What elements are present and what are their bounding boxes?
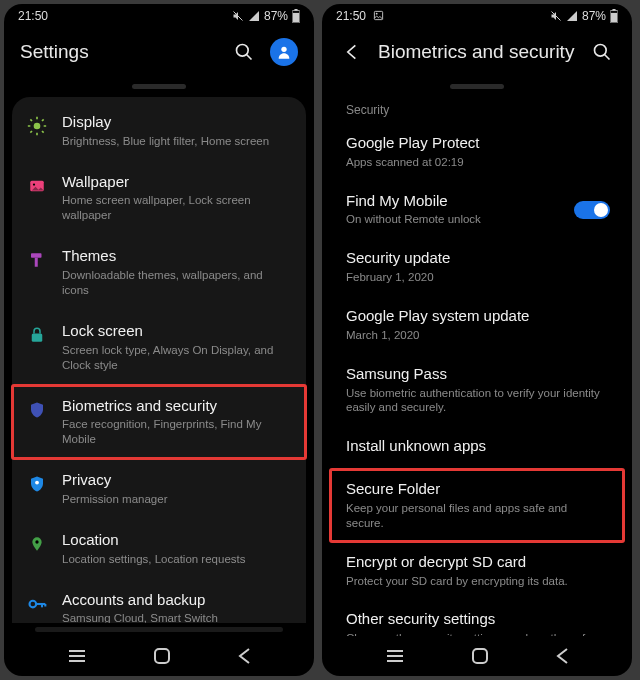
settings-item-location[interactable]: Location Location settings, Location req… bbox=[12, 519, 306, 579]
item-title: Location bbox=[62, 531, 292, 550]
back-button[interactable] bbox=[555, 647, 569, 665]
profile-avatar[interactable] bbox=[270, 38, 298, 66]
item-title: Accounts and backup bbox=[62, 591, 292, 610]
svg-point-4 bbox=[237, 45, 249, 57]
svg-line-15 bbox=[42, 119, 44, 121]
item-sub: March 1, 2020 bbox=[346, 328, 608, 343]
header-right: Biometrics and security bbox=[322, 28, 632, 80]
svg-line-5 bbox=[247, 55, 252, 60]
svg-rect-2 bbox=[293, 13, 299, 22]
nav-bar bbox=[322, 636, 632, 676]
battery-icon bbox=[610, 9, 618, 23]
status-bar: 21:50 87% bbox=[322, 4, 632, 28]
security-item-samsung-pass[interactable]: Samsung PassUse biometric authentication… bbox=[330, 354, 624, 427]
phone-left-settings: 21:50 87% Settings Display Brigh bbox=[4, 4, 314, 676]
item-title: Find My Mobile bbox=[346, 192, 608, 211]
svg-point-7 bbox=[34, 123, 41, 130]
item-title: Privacy bbox=[62, 471, 292, 490]
status-right: 87% bbox=[232, 9, 300, 23]
drag-handle bbox=[132, 84, 186, 89]
settings-item-display[interactable]: Display Brightness, Blue light filter, H… bbox=[12, 101, 306, 161]
search-button[interactable] bbox=[230, 38, 258, 66]
back-button[interactable] bbox=[237, 647, 251, 665]
battery-pct: 87% bbox=[264, 9, 288, 23]
security-item-google-play-system-update[interactable]: Google Play system updateMarch 1, 2020 bbox=[330, 296, 624, 354]
svg-line-38 bbox=[605, 55, 610, 60]
toggle-switch[interactable] bbox=[574, 201, 610, 219]
back-button-header[interactable] bbox=[338, 38, 366, 66]
status-bar: 21:50 87% bbox=[4, 4, 314, 28]
security-item-other-security-settings[interactable]: Other security settingsChange other secu… bbox=[330, 599, 624, 636]
settings-item-themes[interactable]: Themes Downloadable themes, wallpapers, … bbox=[12, 235, 306, 310]
svg-rect-36 bbox=[612, 9, 615, 11]
svg-point-6 bbox=[281, 47, 286, 52]
svg-rect-3 bbox=[294, 9, 297, 11]
settings-item-privacy[interactable]: Privacy Permission manager bbox=[12, 459, 306, 519]
svg-line-12 bbox=[30, 119, 32, 121]
security-item-google-play-protect[interactable]: Google Play ProtectApps scanned at 02:19 bbox=[330, 123, 624, 181]
item-title: Display bbox=[62, 113, 292, 132]
search-button[interactable] bbox=[588, 38, 616, 66]
item-sub: February 1, 2020 bbox=[346, 270, 608, 285]
sun-icon bbox=[26, 115, 48, 137]
recent-apps-button[interactable] bbox=[385, 649, 405, 663]
settings-item-lock-screen[interactable]: Lock screen Screen lock type, Always On … bbox=[12, 310, 306, 385]
item-sub: Use biometric authentication to verify y… bbox=[346, 386, 608, 416]
image-icon bbox=[26, 175, 48, 197]
item-sub: Location settings, Location requests bbox=[62, 552, 292, 567]
item-title: Secure Folder bbox=[346, 480, 608, 499]
item-sub: Protect your SD card by encrypting its d… bbox=[346, 574, 608, 589]
key-icon bbox=[26, 593, 48, 615]
svg-line-13 bbox=[42, 131, 44, 133]
svg-point-21 bbox=[35, 481, 39, 485]
svg-rect-35 bbox=[611, 13, 617, 22]
item-sub: On without Remote unlock bbox=[346, 212, 608, 227]
svg-point-17 bbox=[33, 183, 35, 185]
scroll-indicator bbox=[35, 627, 283, 632]
mute-icon bbox=[232, 10, 244, 22]
signal-icon bbox=[566, 10, 578, 22]
signal-icon bbox=[248, 10, 260, 22]
settings-list: Display Brightness, Blue light filter, H… bbox=[4, 97, 314, 623]
item-sub: Keep your personal files and apps safe a… bbox=[346, 501, 608, 531]
item-sub: Brightness, Blue light filter, Home scre… bbox=[62, 134, 292, 149]
item-sub: Change other security settings, such as … bbox=[346, 631, 608, 636]
item-title: Google Play system update bbox=[346, 307, 608, 326]
item-title: Encrypt or decrypt SD card bbox=[346, 553, 608, 572]
brush-icon bbox=[26, 249, 48, 271]
home-button[interactable] bbox=[471, 647, 489, 665]
settings-item-biometrics-and-security[interactable]: Biometrics and security Face recognition… bbox=[12, 385, 306, 460]
settings-item-wallpaper[interactable]: Wallpaper Home screen wallpaper, Lock sc… bbox=[12, 161, 306, 236]
item-title: Google Play Protect bbox=[346, 134, 608, 153]
security-item-install-unknown-apps[interactable]: Install unknown apps bbox=[330, 426, 624, 469]
item-sub: Samsung Cloud, Smart Switch bbox=[62, 611, 292, 623]
drag-handle bbox=[450, 84, 504, 89]
shield-dot-icon bbox=[26, 473, 48, 495]
item-sub: Downloadable themes, wallpapers, and ico… bbox=[62, 268, 292, 298]
item-title: Install unknown apps bbox=[346, 437, 608, 456]
mute-icon bbox=[550, 10, 562, 22]
lock-icon bbox=[26, 324, 48, 346]
status-time: 21:50 bbox=[18, 9, 48, 23]
header-left: Settings bbox=[4, 28, 314, 80]
page-title: Biometrics and security bbox=[378, 41, 576, 63]
recent-apps-button[interactable] bbox=[67, 649, 87, 663]
home-button[interactable] bbox=[153, 647, 171, 665]
item-sub: Face recognition, Fingerprints, Find My … bbox=[62, 417, 292, 447]
status-right: 87% bbox=[550, 9, 618, 23]
battery-icon bbox=[292, 9, 300, 23]
security-item-secure-folder[interactable]: Secure FolderKeep your personal files an… bbox=[330, 469, 624, 542]
item-title: Other security settings bbox=[346, 610, 608, 629]
settings-item-accounts-and-backup[interactable]: Accounts and backup Samsung Cloud, Smart… bbox=[12, 579, 306, 623]
svg-line-14 bbox=[30, 131, 32, 133]
security-item-find-my-mobile[interactable]: Find My MobileOn without Remote unlock bbox=[330, 181, 624, 239]
svg-point-32 bbox=[375, 13, 377, 15]
svg-point-22 bbox=[35, 540, 38, 543]
page-title: Settings bbox=[20, 41, 218, 63]
svg-point-37 bbox=[595, 45, 607, 57]
security-item-encrypt-or-decrypt-sd-card[interactable]: Encrypt or decrypt SD cardProtect your S… bbox=[330, 542, 624, 600]
item-sub: Screen lock type, Always On Display, and… bbox=[62, 343, 292, 373]
svg-rect-18 bbox=[31, 254, 42, 259]
svg-rect-42 bbox=[473, 649, 487, 663]
security-item-security-update[interactable]: Security updateFebruary 1, 2020 bbox=[330, 238, 624, 296]
